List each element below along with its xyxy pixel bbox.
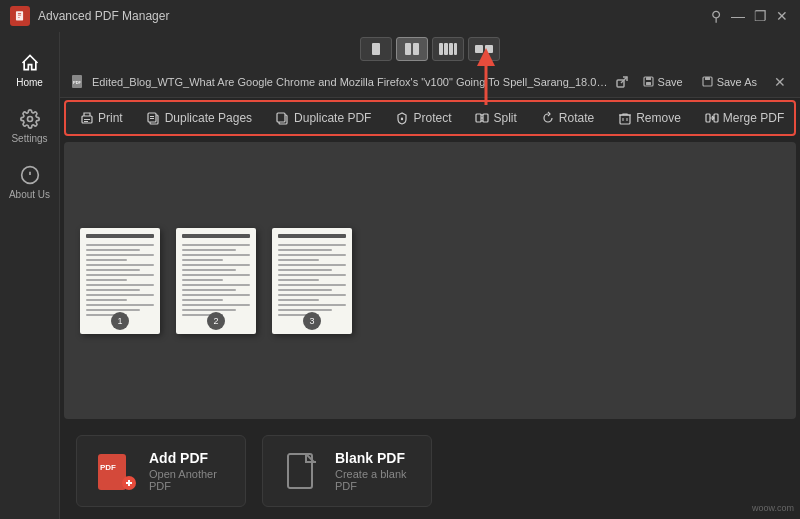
svg-rect-48 — [98, 454, 126, 490]
close-file-btn[interactable]: ✕ — [770, 72, 790, 92]
action-toolbar: Print Duplicate Pages Duplicate PDF — [64, 100, 796, 136]
pdf-thumbnail-1: 1 — [80, 228, 160, 334]
svg-rect-14 — [454, 43, 457, 55]
title-bar-controls: ⚲ — ❐ ✕ — [708, 8, 790, 24]
pdf-viewer[interactable]: 1 — [64, 142, 796, 419]
view-grid4-btn[interactable] — [432, 37, 464, 61]
watermark: woow.com — [752, 503, 794, 513]
blank-pdf-text: Blank PDF Create a blank PDF — [335, 450, 413, 492]
svg-rect-40 — [620, 115, 630, 124]
svg-rect-33 — [277, 113, 285, 122]
pdf-thumbnail-2: 2 — [176, 228, 256, 334]
svg-rect-24 — [705, 77, 710, 80]
about-label: About Us — [9, 189, 50, 200]
title-bar: Advanced PDF Manager ⚲ — ❐ ✕ — [0, 0, 800, 32]
file-link-icon — [615, 75, 629, 89]
rotate-button[interactable]: Rotate — [533, 107, 602, 129]
sidebar-item-home[interactable]: Home — [0, 42, 59, 98]
pdf-page-3[interactable]: 3 — [272, 228, 352, 334]
duplicate-pdf-label: Duplicate PDF — [294, 111, 371, 125]
svg-rect-2 — [17, 15, 20, 16]
bottom-area: PDF Add PDF Open Another PDF — [60, 423, 800, 519]
duplicate-pages-label: Duplicate Pages — [165, 111, 252, 125]
svg-rect-21 — [646, 77, 651, 80]
page-number-2: 2 — [207, 312, 225, 330]
sidebar: Home Settings About Us — [0, 32, 60, 519]
title-bar-text: Advanced PDF Manager — [38, 9, 708, 23]
svg-rect-3 — [17, 17, 19, 18]
pdf-file-icon: PDF — [70, 74, 86, 90]
duplicate-pdf-button[interactable]: Duplicate PDF — [268, 107, 379, 129]
split-button[interactable]: Split — [467, 107, 524, 129]
svg-rect-27 — [84, 121, 88, 122]
svg-point-4 — [27, 117, 32, 122]
svg-rect-0 — [15, 11, 22, 20]
svg-rect-35 — [476, 114, 481, 122]
home-icon — [19, 52, 41, 74]
settings-icon — [19, 108, 41, 130]
minimize-btn[interactable]: — — [730, 8, 746, 24]
svg-rect-26 — [84, 119, 90, 120]
view-single-btn[interactable] — [360, 37, 392, 61]
file-actions: Save Save As — [635, 73, 764, 90]
blank-pdf-icon — [281, 450, 323, 492]
view-grid2-btn[interactable] — [396, 37, 428, 61]
save-as-button[interactable]: Save As — [694, 73, 764, 90]
app-icon — [10, 6, 30, 26]
pdf-page-2[interactable]: 2 — [176, 228, 256, 334]
file-name-text: Edited_Blog_WTG_What Are Google Chrome a… — [92, 76, 609, 88]
search-title-btn[interactable]: ⚲ — [708, 8, 724, 24]
print-label: Print — [98, 111, 123, 125]
content-area: PDF Edited_Blog_WTG_What Are Google Chro… — [60, 32, 800, 519]
svg-rect-9 — [405, 43, 411, 55]
restore-btn[interactable]: ❐ — [752, 8, 768, 24]
file-bar: PDF Edited_Blog_WTG_What Are Google Chro… — [60, 66, 800, 98]
svg-rect-10 — [413, 43, 419, 55]
add-pdf-text: Add PDF Open Another PDF — [149, 450, 227, 492]
merge-pdf-button[interactable]: Merge PDF — [697, 107, 792, 129]
sidebar-item-settings[interactable]: Settings — [0, 98, 59, 154]
svg-text:PDF: PDF — [73, 80, 82, 85]
svg-rect-29 — [148, 113, 156, 122]
svg-rect-12 — [444, 43, 448, 55]
merge-pdf-label: Merge PDF — [723, 111, 784, 125]
rotate-label: Rotate — [559, 111, 594, 125]
svg-text:PDF: PDF — [100, 463, 116, 472]
svg-rect-36 — [483, 114, 488, 122]
save-label: Save — [658, 76, 683, 88]
svg-rect-22 — [646, 82, 651, 85]
add-pdf-subtitle: Open Another PDF — [149, 468, 227, 492]
pdf-thumbnail-3: 3 — [272, 228, 352, 334]
protect-label: Protect — [413, 111, 451, 125]
svg-rect-16 — [485, 45, 493, 53]
view-toolbar — [60, 32, 800, 66]
remove-label: Remove — [636, 111, 681, 125]
svg-rect-1 — [17, 13, 20, 14]
pdf-page-1[interactable]: 1 — [80, 228, 160, 334]
blank-pdf-subtitle: Create a blank PDF — [335, 468, 413, 492]
settings-label: Settings — [11, 133, 47, 144]
svg-rect-53 — [288, 454, 312, 488]
close-window-btn[interactable]: ✕ — [774, 8, 790, 24]
add-pdf-card[interactable]: PDF Add PDF Open Another PDF — [76, 435, 246, 507]
print-button[interactable]: Print — [72, 107, 131, 129]
svg-rect-8 — [372, 43, 380, 55]
main-layout: Home Settings About Us — [0, 32, 800, 519]
blank-pdf-title: Blank PDF — [335, 450, 413, 466]
svg-rect-11 — [439, 43, 443, 55]
svg-rect-44 — [706, 114, 710, 122]
duplicate-pages-button[interactable]: Duplicate Pages — [139, 107, 260, 129]
sidebar-item-about[interactable]: About Us — [0, 154, 59, 210]
svg-rect-31 — [150, 118, 154, 119]
svg-rect-13 — [449, 43, 453, 55]
add-pdf-icon: PDF — [95, 450, 137, 492]
blank-pdf-card[interactable]: Blank PDF Create a blank PDF — [262, 435, 432, 507]
view-wide-btn[interactable] — [468, 37, 500, 61]
page-number-1: 1 — [111, 312, 129, 330]
split-label: Split — [493, 111, 516, 125]
save-button[interactable]: Save — [635, 73, 690, 90]
about-icon — [19, 164, 41, 186]
svg-rect-30 — [150, 116, 154, 117]
protect-button[interactable]: Protect — [387, 107, 459, 129]
remove-button[interactable]: Remove — [610, 107, 689, 129]
